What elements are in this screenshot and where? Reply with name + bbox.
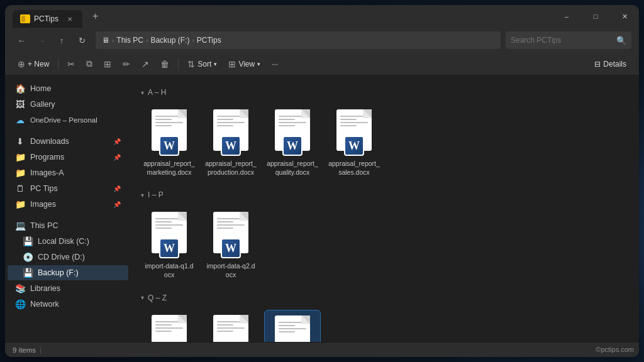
home-icon: 🏠 [15,84,25,94]
close-button[interactable]: ✕ [610,5,639,28]
sidebar-item-onedrive[interactable]: ☁ OneDrive – Personal [8,112,128,128]
images-a-icon: 📁 [15,168,25,178]
file-item-sales-2024[interactable]: W sales_data_2024.d ocx [264,310,321,342]
search-bar[interactable]: 🔍 [506,31,631,49]
libraries-icon: 📚 [15,283,25,293]
view-icon: ⊞ [228,59,236,69]
word-icon: W [152,109,187,151]
group-ip-chevron-icon: ▾ [141,192,144,199]
sidebar-item-downloads[interactable]: ⬇ Downloads 📌 [8,134,128,149]
sidebar-item-gallery[interactable]: 🖼 Gallery [8,97,128,112]
paste-button[interactable]: ⊞ [99,55,116,73]
word-icon: W [213,315,248,342]
main-layout: 🏠 Home 🖼 Gallery ☁ OneDrive – Personal ⬇… [5,75,639,342]
refresh-button[interactable]: ↻ [73,31,91,49]
cd-drive-d-label: CD Drive (D:) [38,253,85,261]
group-header-ip[interactable]: ▾ I – P [141,190,629,199]
group-ip-label: I – P [148,190,164,199]
this-pc-label: This PC [30,221,58,230]
group-header-ah[interactable]: ▾ A – H [141,88,629,97]
programs-label: Programs [30,153,64,162]
network-label: Network [30,300,59,309]
cd-drive-d-icon: 💿 [23,252,33,262]
cut-button[interactable]: ✂ [62,55,80,73]
breadcrumb-this-pc[interactable]: This PC [116,36,143,45]
maximize-button[interactable]: □ [581,5,610,28]
file-area: ▾ A – H W [131,75,639,342]
gallery-icon: 🖼 [15,99,25,109]
active-tab[interactable]: PCTips ✕ [13,10,82,28]
sidebar-item-local-disk-c[interactable]: 💾 Local Disk (C:) [8,234,128,249]
sidebar-item-network[interactable]: 🌐 Network [8,297,128,312]
status-separator: | [40,346,42,354]
this-pc-icon: 💻 [15,221,25,231]
copy-icon: ⧉ [86,58,92,69]
file-item-appraisal-production[interactable]: W appraisal_report_ production.docx [203,104,259,180]
details-button[interactable]: ⊟ Details [589,57,631,71]
download-icon: ⬇ [15,136,25,146]
file-name: appraisal_report_ marketing.docx [143,160,195,177]
search-input[interactable] [511,36,613,45]
local-disk-c-icon: 💾 [23,236,33,246]
group-qz-label: Q – Z [148,293,167,302]
file-name: import-data-q1.d ocx [143,262,195,279]
sort-chevron-icon: ▾ [214,61,217,67]
breadcrumb-bar[interactable]: 🖥 › This PC › Backup (F:) › PCTips [96,31,501,49]
up-button[interactable]: ↑ [53,31,70,49]
file-name: appraisal_report_ production.docx [205,160,257,177]
new-button[interactable]: ⊕ + New [13,55,54,73]
sort-button[interactable]: ⇅ Sort ▾ [182,55,222,73]
toolbar: ⊕ + New ✂ ⧉ ⊞ ✏ ↗ 🗑 ⇅ Sort ▾ ⊞ View [5,53,639,75]
explorer-window: PCTips ✕ + – □ ✕ ← → ↑ ↻ 🖥 › This PC › B… [5,5,639,357]
share-button[interactable]: ↗ [136,55,154,73]
file-item-appraisal-marketing[interactable]: W appraisal_report_ marketing.docx [141,104,197,180]
file-item-sales-2022[interactable]: W sales_data_2022.d ocx [141,310,197,342]
delete-button[interactable]: 🗑 [155,55,174,73]
onedrive-label: OneDrive – Personal [30,116,97,124]
statusbar: 9 items | [5,342,639,357]
file-item-appraisal-sales[interactable]: W appraisal_report_ sales.docx [326,104,382,180]
rename-button[interactable]: ✏ [118,55,135,73]
breadcrumb-backup[interactable]: Backup (F:) [150,36,189,45]
view-button[interactable]: ⊞ View ▾ [223,55,265,73]
sort-label: Sort [197,60,211,69]
group-ah-label: A – H [148,88,166,97]
forward-button[interactable]: → [33,31,50,49]
sort-icon: ⇅ [187,59,195,69]
sidebar-item-images-a[interactable]: 📁 Images-A [8,165,128,180]
minimize-button[interactable]: – [552,5,581,28]
breadcrumb-pctips[interactable]: PCTips [197,36,221,45]
back-button[interactable]: ← [13,31,30,49]
group-header-qz[interactable]: ▾ Q – Z [141,293,629,302]
sidebar-item-home[interactable]: 🏠 Home [8,81,128,96]
file-item-import-q2[interactable]: W import-data-q2.d ocx [203,207,259,283]
view-chevron-icon: ▾ [257,61,260,67]
file-item-sales-2023[interactable]: W sales_data_2023.d ocx [203,310,259,342]
images-icon: 📁 [15,199,25,209]
pctips-icon: 🗒 [15,184,25,194]
sidebar: 🏠 Home 🖼 Gallery ☁ OneDrive – Personal ⬇… [5,75,131,342]
network-icon: 🌐 [15,299,25,309]
copy-button[interactable]: ⧉ [81,55,97,73]
new-icon: ⊕ [18,59,25,69]
file-grid-ip: W import-data-q1.d ocx [141,207,629,283]
delete-icon: 🗑 [160,59,169,69]
more-button[interactable]: ··· [267,55,283,73]
file-item-appraisal-quality[interactable]: W appraisal_report_ quality.docx [264,104,321,180]
new-label: + New [28,60,49,69]
share-icon: ↗ [142,59,149,69]
file-item-import-q1[interactable]: W import-data-q1.d ocx [141,207,197,283]
file-name: appraisal_report_ quality.docx [267,160,318,177]
sidebar-item-cd-drive-d[interactable]: 💿 CD Drive (D:) [8,250,128,265]
toolbar-separator-1 [58,58,58,70]
sidebar-item-libraries[interactable]: 📚 Libraries [8,281,128,296]
new-tab-button[interactable]: + [87,9,103,23]
sidebar-item-this-pc[interactable]: 💻 This PC [8,218,128,233]
sidebar-item-programs[interactable]: 📁 Programs 📌 [8,150,128,165]
sidebar-item-backup-f[interactable]: 💾 Backup (F:) [8,265,128,280]
search-icon[interactable]: 🔍 [616,36,626,45]
gallery-label: Gallery [30,100,55,109]
sidebar-item-images[interactable]: 📁 Images 📌 [8,197,128,212]
tab-close-button[interactable]: ✕ [65,14,75,24]
sidebar-item-pctips[interactable]: 🗒 PC Tips 📌 [8,181,128,196]
